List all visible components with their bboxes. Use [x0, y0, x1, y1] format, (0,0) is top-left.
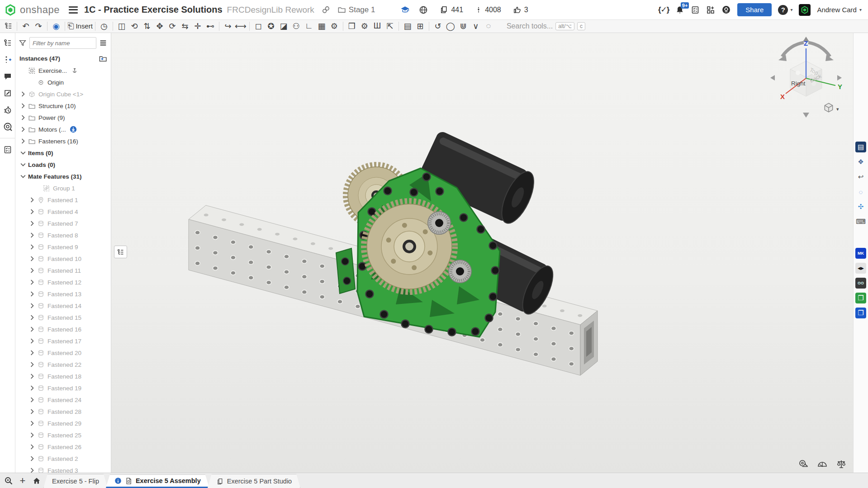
chevron-right-icon[interactable]	[28, 408, 36, 415]
mk-app-icon[interactable]: MK	[855, 248, 866, 259]
cylindrical-mate-icon[interactable]: ⟳	[166, 20, 179, 32]
workspace-label[interactable]: Stage 1	[349, 5, 375, 14]
pan-right-arrow-icon[interactable]	[837, 75, 842, 81]
tree-row-fastened-25[interactable]: Fastened 25	[15, 429, 111, 441]
chevron-down-icon[interactable]	[19, 161, 27, 168]
chevron-right-icon[interactable]	[28, 361, 36, 368]
tree-row-origin[interactable]: Origin	[15, 76, 111, 88]
pan-down-arrow-icon[interactable]	[803, 113, 809, 118]
chevron-right-icon[interactable]	[19, 102, 27, 109]
learning-center-icon[interactable]	[721, 5, 731, 14]
chevron-right-icon[interactable]	[28, 373, 36, 380]
new-folder-icon[interactable]	[99, 54, 107, 63]
chevron-right-icon[interactable]	[28, 290, 36, 298]
protractor-icon[interactable]	[817, 459, 828, 469]
tree-row-fastened-9[interactable]: Fastened 9	[15, 241, 111, 253]
standoff-block[interactable]	[336, 248, 355, 294]
pinion-bottom[interactable]	[449, 260, 471, 283]
named-positions-icon[interactable]: ✪	[265, 20, 277, 32]
filter-input[interactable]	[29, 37, 96, 49]
chevron-right-icon[interactable]	[19, 114, 27, 121]
tree-row-items-0[interactable]: Items (0)	[15, 147, 111, 159]
chevron-right-icon[interactable]	[28, 267, 36, 274]
expand-instances-button[interactable]	[114, 246, 127, 258]
bom-flyout-icon[interactable]: ▤	[855, 142, 866, 152]
public-globe-icon[interactable]	[419, 5, 428, 14]
tree-row-loads-0[interactable]: Loads (0)	[15, 159, 111, 171]
tree-row-fastened-15[interactable]: Fastened 15	[15, 312, 111, 323]
search-tools[interactable]: Search tools... alt/⌥ c	[507, 22, 585, 30]
versions-branch-icon[interactable]	[2, 54, 13, 65]
spotlight-search-icon[interactable]	[2, 121, 13, 132]
tape-measure-icon[interactable]	[798, 459, 809, 469]
front-face-label[interactable]: Right	[791, 80, 806, 87]
tree-row-fastened-7[interactable]: Fastened 7	[15, 218, 111, 229]
home-icon[interactable]	[31, 475, 43, 487]
instance-tree-toggle-icon[interactable]	[2, 20, 14, 32]
notifications-bell-icon[interactable]: 9+	[675, 5, 684, 14]
display-states-icon[interactable]: ◌	[482, 20, 495, 32]
tree-row-power-9[interactable]: Power (9)	[15, 112, 111, 123]
checklist-icon[interactable]	[2, 144, 13, 155]
chevron-right-icon[interactable]	[28, 302, 36, 309]
structure-tree-icon[interactable]	[2, 38, 13, 48]
tree-row-fasteners-16[interactable]: Fasteners (16)	[15, 135, 111, 147]
history-stopwatch-icon[interactable]	[2, 104, 13, 115]
tree-row-fastened-13[interactable]: Fastened 13	[15, 288, 111, 300]
chevron-right-icon[interactable]	[28, 443, 36, 450]
share-button[interactable]: Share	[737, 3, 772, 16]
find-tab-icon[interactable]	[3, 475, 14, 487]
tree-row-fastened-16[interactable]: Fastened 16	[15, 323, 111, 335]
view-options-button[interactable]: ▾	[825, 103, 839, 112]
tree-row-fastened-11[interactable]: Fastened 11	[15, 265, 111, 276]
snap-mode-icon[interactable]: ↪	[222, 20, 234, 32]
chevron-right-icon[interactable]	[28, 326, 36, 333]
chevron-right-icon[interactable]	[28, 431, 36, 439]
gear-cluster-icon[interactable]: ⚙	[328, 20, 341, 32]
rotate-cw-arrow-icon[interactable]	[808, 43, 830, 57]
publications-icon[interactable]: ❐	[346, 20, 358, 32]
chevron-right-icon[interactable]	[28, 220, 36, 227]
new-tab-button[interactable]: +	[16, 475, 29, 487]
apps-grid-icon[interactable]	[706, 5, 715, 14]
tab-exercise-5-assembly[interactable]: Exercise 5 Assembly	[106, 474, 209, 488]
ball-mate-icon[interactable]: ✛	[191, 20, 204, 32]
chevron-right-icon[interactable]	[28, 314, 36, 321]
show-mates-icon[interactable]: ∨	[470, 20, 482, 32]
butterfly-app-icon[interactable]: ◀▶	[855, 263, 866, 274]
configuration-cube-icon[interactable]: ❖	[855, 156, 866, 167]
appearance-loop-icon[interactable]: ◯	[444, 20, 457, 32]
chevron-right-icon[interactable]	[28, 243, 36, 251]
tasks-checklist-icon[interactable]	[691, 5, 700, 14]
pinwheel-app-icon[interactable]: ✣	[855, 201, 866, 212]
tree-row-fastened-28[interactable]: Fastened 28	[15, 406, 111, 417]
tree-row-fastened-8[interactable]: Fastened 8	[15, 229, 111, 241]
tree-row-fastened-12[interactable]: Fastened 12	[15, 276, 111, 288]
tree-row-fastened-18[interactable]: Fastened 18	[15, 370, 111, 382]
chevron-down-icon[interactable]	[19, 173, 27, 180]
chevron-right-icon[interactable]	[28, 279, 36, 286]
chevron-right-icon[interactable]	[28, 396, 36, 403]
planar-mate-icon[interactable]: ✥	[153, 20, 166, 32]
hide-instances-icon[interactable]: ⋓	[457, 20, 470, 32]
tree-row-fastened-29[interactable]: Fastened 29	[15, 417, 111, 429]
group-parts-icon[interactable]: ◻	[252, 20, 265, 32]
tree-row-fastened-2[interactable]: Fastened 2	[15, 453, 111, 464]
tree-row-fastened-3[interactable]: Fastened 3	[15, 464, 111, 473]
insert-icon[interactable]: ⎗Insert	[67, 20, 93, 32]
tree-row-fastened-10[interactable]: Fastened 10	[15, 253, 111, 265]
list-options-icon[interactable]	[99, 39, 107, 47]
mass-properties-icon[interactable]	[836, 459, 847, 469]
green-book-app-icon[interactable]: ❐	[855, 293, 866, 303]
slider-mate-icon[interactable]: ⇅	[141, 20, 153, 32]
chevron-right-icon[interactable]	[28, 337, 36, 345]
chevron-right-icon[interactable]	[19, 137, 27, 145]
tab-exercise-5-part-studio[interactable]: Exercise 5 Part Studio	[208, 474, 300, 488]
chevron-down-icon[interactable]	[19, 149, 27, 156]
redo-icon[interactable]: ↷	[32, 20, 45, 32]
rotate-ccw-arrow-icon[interactable]	[782, 43, 804, 57]
tree-row-fastened-26[interactable]: Fastened 26	[15, 441, 111, 453]
blue-book-app-icon[interactable]: ❐	[855, 308, 866, 318]
named-views-icon[interactable]: ⊞	[414, 20, 427, 32]
user-menu[interactable]: Andrew Card ▾	[817, 6, 862, 14]
